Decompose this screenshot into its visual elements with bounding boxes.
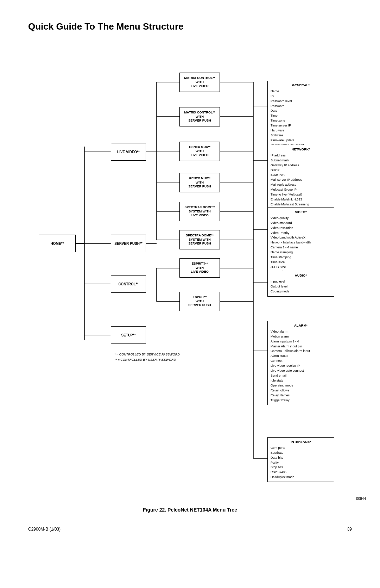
alarm-info-box: ALARM* Video alarm Motion alarm Alarm in… — [267, 321, 334, 405]
spectra-live-box: SPECTRA® DOME** SYSTEM WITH LIVE VIDEO — [179, 202, 220, 221]
home-box: HOME** — [39, 235, 76, 252]
server-push-box: SERVER PUSH** — [111, 235, 146, 252]
setup-box: SETUP** — [111, 326, 146, 344]
footer-right: 39 — [347, 527, 352, 532]
network-info-box: NETWORK* IP address Subnet mask Gateway … — [267, 145, 334, 214]
esprit-live-box: ESPRIT®** WITH LIVE VIDEO — [179, 258, 220, 278]
note-line2: ** = CONTROLLED BY USER PASSWORD — [114, 358, 176, 361]
genex-mux-live-box: GENEX MUX** WITH LIVE VIDEO — [179, 142, 220, 161]
control-box: CONTROL** — [111, 275, 146, 293]
figure-number: 00944 — [356, 497, 366, 501]
live-video-box: LIVE VIDEO** — [111, 143, 146, 161]
matrix-control-server-box: MATRIX CONTROL** WITH SERVER PUSH — [179, 107, 220, 126]
interface-info-box: INTERFACE* Com ports Baudrate Data bits … — [267, 437, 334, 482]
audio-info-box: AUDIO* Input level Output level Coding m… — [267, 271, 334, 296]
page-title: Quick Guide To The Menu Structure — [28, 21, 352, 32]
spectra-server-box: SPECTRA DOME** SYSTEM WITH SERVER PUSH — [179, 230, 220, 249]
note-line1: * = CONTROLLED BY SERVICE PASSWORD — [114, 353, 180, 356]
matrix-control-live-box: MATRIX CONTROL** WITH LIVE VIDEO — [179, 73, 220, 92]
general-info-box: GENERAL* Name ID Password level Password… — [267, 81, 334, 155]
diagram-area: HOME** LIVE VIDEO** SERVER PUSH** CONTRO… — [28, 43, 366, 501]
footer: C2900M-B (1/03) 39 — [28, 527, 352, 532]
page: Quick Guide To The Menu Structure — [0, 0, 380, 553]
esprit-server-box: ESPRIT** WITH SERVER PUSH — [179, 292, 220, 311]
genex-mux-server-box: GENEX MUX** WITH SERVER PUSH — [179, 173, 220, 192]
footer-left: C2900M-B (1/03) — [28, 527, 61, 532]
figure-caption: Figure 22. PelcoNet NET104A Menu Tree — [28, 507, 352, 513]
